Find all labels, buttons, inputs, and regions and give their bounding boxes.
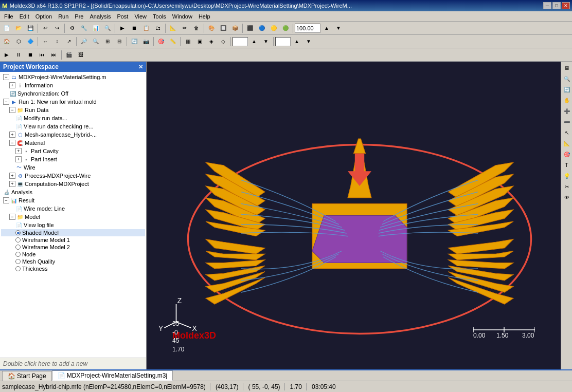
rt-btn-5[interactable]: ➕ (562, 106, 572, 116)
tb-r2-16[interactable]: ▣ (194, 36, 205, 47)
menu-view[interactable]: View (131, 12, 150, 21)
zoom-input[interactable] (295, 24, 320, 33)
tb-r2-14[interactable]: 📏 (167, 36, 178, 47)
save-btn[interactable]: 💾 (25, 23, 36, 34)
pause-btn[interactable]: ⏸ (13, 49, 24, 61)
zoom-down[interactable]: ▼ (333, 23, 344, 34)
menu-file[interactable]: File (1, 12, 16, 21)
restore-button[interactable]: □ (552, 2, 561, 9)
menu-tools[interactable]: Tools (150, 12, 169, 21)
menu-post[interactable]: Post (114, 12, 131, 21)
rt-btn-9[interactable]: 🎯 (562, 149, 572, 159)
partinsert-expand[interactable]: + (15, 156, 22, 162)
partcavity-expand[interactable]: + (15, 148, 22, 154)
material-expand[interactable]: − (9, 140, 15, 146)
tree-information[interactable]: + ℹ Information (1, 81, 145, 89)
tb-r2-11[interactable]: 🔄 (129, 36, 140, 47)
new-btn[interactable]: 📄 (1, 23, 12, 34)
rt-btn-2[interactable]: 🔍 (562, 73, 572, 84)
tb-r2-15[interactable]: ▦ (182, 36, 193, 47)
tab-start-page[interactable]: 🏠 Start Page (2, 371, 52, 381)
tb-r2-6[interactable]: ↗ (63, 36, 75, 47)
rt-btn-13[interactable]: 👁 (562, 192, 572, 202)
root-expand[interactable]: − (3, 74, 9, 80)
rt-btn-6[interactable]: ➖ (562, 117, 572, 127)
rt-btn-8[interactable]: 📐 (562, 138, 572, 148)
mesh-expand[interactable]: + (9, 132, 15, 138)
tb14[interactable]: 🎨 (206, 23, 217, 34)
tree-wiremode[interactable]: 📄 Wire mode: Line (1, 204, 145, 213)
tb20[interactable]: 🟢 (280, 23, 291, 34)
tree-wire[interactable]: 〜 Wire (1, 163, 145, 172)
menu-edit[interactable]: Edit (16, 12, 32, 21)
tree-wireframe1[interactable]: Wireframe Model 1 (1, 236, 145, 244)
node-radio[interactable] (15, 252, 21, 257)
tb-r2-4[interactable]: ↔ (40, 36, 51, 47)
minimize-button[interactable]: ─ (543, 2, 551, 9)
computation-expand[interactable]: + (9, 181, 15, 187)
stop-btn[interactable]: ⏹ (25, 49, 36, 61)
tree-shaded-model[interactable]: Shaded Model (1, 229, 145, 236)
tree-material[interactable]: − 🧲 Material (1, 139, 145, 147)
tb-r2-8[interactable]: 🔍 (90, 36, 101, 47)
menu-analysis[interactable]: Analysis (86, 12, 114, 21)
rt-btn-1[interactable]: 🖥 (562, 63, 572, 73)
tb-r2-1[interactable]: 🏠 (1, 36, 12, 47)
tree-process[interactable]: + ⚙ Process-MDXProject-Wire (1, 172, 145, 180)
menu-option[interactable]: Option (32, 12, 55, 21)
tb-r2-3[interactable]: 🔷 (25, 36, 36, 47)
rt-btn-3[interactable]: 🔄 (562, 84, 572, 95)
tb16[interactable]: 📦 (229, 23, 241, 34)
shaded-radio[interactable] (15, 230, 21, 235)
tb13[interactable]: 🗑 (191, 23, 202, 34)
tree-computation[interactable]: + 💻 Computation-MDXProject (1, 180, 145, 188)
tb-r2-12[interactable]: 📷 (140, 36, 152, 47)
modelfolder-expand[interactable]: − (9, 214, 15, 220)
sidebar-footer[interactable]: Double click here to add a new (0, 358, 146, 369)
tb12[interactable]: ✏ (179, 23, 190, 34)
tb17[interactable]: ⬛ (244, 23, 256, 34)
field-input2[interactable] (275, 37, 291, 46)
tb-r2-2[interactable]: ⬡ (13, 36, 24, 47)
tb7[interactable]: ▶ (117, 23, 128, 34)
zoom-up[interactable]: ▲ (321, 23, 332, 34)
undo-btn[interactable]: ↩ (40, 23, 51, 34)
tree-modify[interactable]: 📄 Modify run data... (1, 114, 145, 122)
tree-rundata[interactable]: − 📁 Run Data (1, 106, 145, 114)
field-down[interactable]: ▼ (260, 36, 272, 47)
tree-analysis[interactable]: 🔬 Analysis (1, 188, 145, 196)
tb3[interactable]: ⚙ (66, 23, 78, 34)
tb-r2-13[interactable]: 🎯 (155, 36, 167, 47)
tree-part-cavity[interactable]: + ▪ Part Cavity (1, 147, 145, 155)
rt-btn-12[interactable]: ✂ (562, 181, 572, 192)
tb4[interactable]: 🔧 (78, 23, 90, 34)
rundata-expand[interactable]: − (9, 107, 15, 113)
sidebar-close-button[interactable]: ✕ (138, 64, 143, 70)
play-btn[interactable]: ▶ (1, 49, 12, 61)
redo-btn[interactable]: ↪ (51, 23, 63, 34)
menu-run[interactable]: Run (55, 12, 72, 21)
tree-root[interactable]: − 🗂 MDXProject-WireMaterialSetting.m (1, 73, 145, 81)
field2-down[interactable]: ▼ (303, 36, 314, 47)
tb9[interactable]: 📋 (140, 23, 152, 34)
tree-wireframe2[interactable]: Wireframe Model 2 (1, 244, 145, 251)
frame-btn[interactable]: 🖼 (75, 49, 86, 61)
tb11[interactable]: 📐 (167, 23, 178, 34)
tb6[interactable]: 🔍 (102, 23, 113, 34)
tree-node[interactable]: Node (1, 251, 145, 258)
close-button[interactable]: ✕ (562, 2, 570, 9)
rt-btn-10[interactable]: T (562, 160, 572, 170)
tb-r2-5[interactable]: ↕ (51, 36, 63, 47)
tb-r2-7[interactable]: 🔎 (78, 36, 90, 47)
tb-r2-9[interactable]: ⊞ (102, 36, 113, 47)
menu-window[interactable]: Window (169, 12, 195, 21)
field-up[interactable]: ▲ (248, 36, 260, 47)
menu-pre[interactable]: Pre (72, 12, 86, 21)
process-expand[interactable]: + (9, 173, 15, 179)
tb-r2-17[interactable]: ◈ (206, 36, 217, 47)
tb19[interactable]: 🟡 (268, 23, 279, 34)
tb5[interactable]: 📊 (90, 23, 101, 34)
rt-btn-4[interactable]: ✋ (562, 95, 572, 105)
wireframe2-radio[interactable] (15, 245, 21, 250)
tree-part-insert[interactable]: + ▪ Part Insert (1, 155, 145, 163)
